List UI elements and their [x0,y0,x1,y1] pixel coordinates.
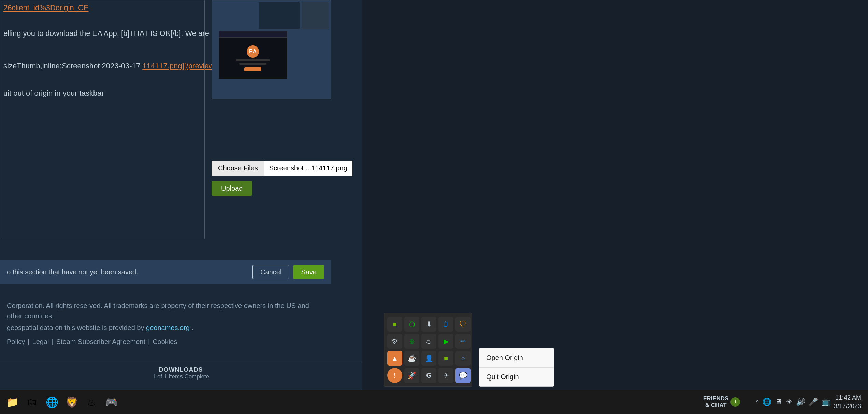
taskbar: 📁 🗂 🌐 🦁 ♨ 🎮 FRIENDS & CHAT + ^ 🌐 🖥 ☀ 🔊 🎤… [0,390,868,414]
nvidia2-tray-icon[interactable]: ■ [438,351,453,366]
save-cancel-bar: o this section that have not yet been sa… [0,260,331,284]
tray-chevron[interactable]: ^ [756,399,758,406]
upload-button[interactable]: Upload [212,181,252,196]
tray-icon-grid: ■ ⬡ ⬇ ₿ 🛡 ⚙ ⊕ ♨ ▶ ✏ ▲ ☕ 👤 ■ ○ ! 🚀 G ✈ 💬 [387,317,468,383]
orange-app-tray-icon[interactable]: ▲ [387,351,402,366]
sep3: | [148,338,150,346]
sound-tray-icon[interactable]: 🔊 [796,398,805,406]
display-tray-icon[interactable]: 📺 [821,398,830,406]
download-tray-icon[interactable]: ⬇ [421,317,436,332]
clock[interactable]: 11:42 AM 3/17/2023 [834,394,861,411]
network-tray-icon[interactable]: 🌐 [762,398,771,406]
geonames-link[interactable]: geonames.org [146,324,190,331]
steam-subscriber-agreement-link[interactable]: Steam Subscriber Agreement [56,338,145,346]
downloads-title: DOWNLOADS [159,366,203,373]
photos-taskbar-icon[interactable]: 🗂 [23,393,41,411]
main-preview-image: EA [219,31,287,79]
file-input-area: Choose Files Screenshot ...114117.png [212,161,352,176]
downloads-bar: DOWNLOADS 1 of 1 Items Complete [0,363,362,383]
friends-chat-label: FRIENDS & CHAT [703,395,729,409]
pen-tray-icon[interactable]: ✏ [455,334,471,349]
legal-link[interactable]: Legal [32,338,49,346]
footer-geo: geospatial data on this website is provi… [7,324,324,332]
brave-taskbar-icon[interactable]: 🦁 [63,393,81,411]
steam-tray-icon[interactable]: ♨ [421,334,436,349]
circle-tray-icon[interactable]: ○ [455,351,471,366]
alert-tray-icon[interactable]: ! [387,368,402,383]
thumb-2 [302,2,329,29]
xbox-tray-icon[interactable]: ⊕ [404,334,419,349]
coffee-tray-icon[interactable]: ☕ [404,351,419,366]
open-origin-menu-item[interactable]: Open Origin [479,348,554,368]
chat-tray-icon[interactable]: 💬 [455,368,471,383]
rocket-tray-icon[interactable]: 🚀 [404,368,419,383]
person-tray-icon[interactable]: 👤 [421,351,436,366]
file-explorer-taskbar-icon[interactable]: 📁 [3,393,21,411]
plane-tray-icon[interactable]: ✈ [438,368,453,383]
downloads-status: 1 of 1 Items Complete [153,373,209,380]
footer-links: Policy | Legal | Steam Subscriber Agreem… [7,338,324,346]
quit-origin-menu-item[interactable]: Quit Origin [479,368,554,386]
g-tray-icon[interactable]: G [421,368,436,383]
razer-tray-icon[interactable]: ⬡ [404,317,419,332]
nvidia-tray-icon[interactable]: ■ [387,317,402,332]
sep2: | [52,338,54,346]
mic-tray-icon[interactable]: 🎤 [809,398,818,406]
cancel-button[interactable]: Cancel [252,265,289,279]
system-tray-popup[interactable]: ■ ⬡ ⬇ ₿ 🛡 ⚙ ⊕ ♨ ▶ ✏ ▲ ☕ 👤 ■ ○ ! 🚀 G ✈ 💬 [384,313,472,387]
file-name-display: Screenshot ...114117.png [264,161,352,176]
privacy-policy-link[interactable]: Policy [7,338,25,346]
edge-taskbar-icon[interactable]: 🌐 [43,393,61,411]
thumb-1 [259,2,300,29]
brightness-tray-icon[interactable]: ☀ [786,398,793,406]
preview-thumbs [259,2,329,29]
friends-chat-area[interactable]: FRIENDS & CHAT + [703,395,740,409]
origin-context-menu: Open Origin Quit Origin [479,348,554,387]
friends-plus-button[interactable]: + [730,397,740,407]
editor-textarea[interactable] [0,0,205,239]
steam-taskbar-icon[interactable]: ♨ [83,393,100,411]
extra-taskbar-icon[interactable]: 🎮 [102,393,120,411]
clock-date: 3/17/2023 [834,402,861,411]
system-tray: ^ 🌐 🖥 ☀ 🔊 🎤 📺 11:42 AM 3/17/2023 [752,394,865,411]
action-buttons: Cancel Save [252,265,324,279]
upload-button-container: Upload [212,181,252,196]
footer-copyright: Corporation. All rights reserved. All tr… [7,301,324,321]
choose-files-button[interactable]: Choose Files [212,161,264,176]
security-tray-icon[interactable]: 🛡 [455,317,471,332]
play-tray-icon[interactable]: ▶ [438,334,453,349]
cookies-link[interactable]: Cookies [153,338,177,346]
bluetooth-tray-icon[interactable]: ₿ [438,317,453,332]
sep1: | [28,338,29,346]
footer: Corporation. All rights reserved. All tr… [0,294,331,353]
panel-separator [362,0,362,390]
corsair-tray-icon[interactable]: ⚙ [387,334,402,349]
monitor-tray-icon[interactable]: 🖥 [775,398,782,406]
unsaved-changes-text: o this section that have not yet been sa… [7,268,138,276]
clock-time: 11:42 AM [834,394,861,402]
image-preview-container: EA [212,0,331,99]
save-button[interactable]: Save [293,265,324,279]
